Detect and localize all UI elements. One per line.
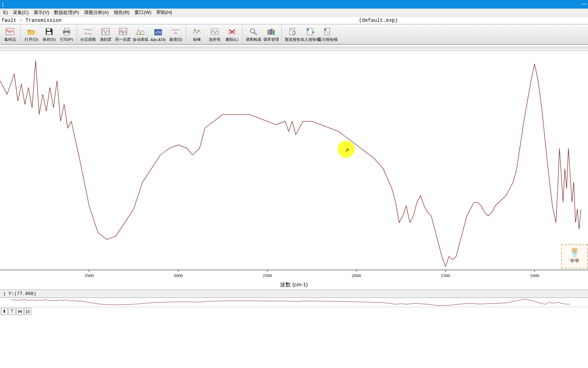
status-bar: ) Y:(77.868) bbox=[0, 290, 588, 297]
printer-icon bbox=[61, 26, 72, 37]
mini-btn-2[interactable]: T bbox=[9, 308, 16, 315]
document-mode: fault - Transmission bbox=[1, 18, 62, 23]
common-scale-button[interactable]: 同一刻度 bbox=[114, 25, 132, 44]
overview-plot[interactable] bbox=[0, 298, 588, 307]
menu-analyze[interactable]: 谱图分析(A) bbox=[82, 9, 111, 16]
svg-text:1500: 1500 bbox=[441, 273, 450, 278]
auto-baseline-icon bbox=[135, 26, 146, 37]
svg-point-17 bbox=[250, 29, 255, 33]
stack-spectra-icon bbox=[83, 26, 93, 37]
add-report-icon: + bbox=[305, 26, 315, 37]
common-scale-icon bbox=[118, 26, 128, 37]
auto-baseline-button[interactable]: 自动基线 bbox=[132, 25, 149, 44]
menu-window[interactable]: 窗口(W) bbox=[132, 9, 154, 16]
spectrum-chart-area[interactable]: 350030002500200015001000 kp 👕 中半 bbox=[0, 51, 588, 280]
toolbar-group-peaks: 标峰 选所有 删除(L) bbox=[188, 25, 241, 44]
toolbar: 集样品 打开(O) 保存(S) 打印(P) 分层谱图 满刻度 同一刻度 bbox=[0, 24, 588, 44]
toolbar-separator bbox=[242, 26, 243, 43]
svg-text:1000: 1000 bbox=[530, 273, 539, 278]
folder-open-icon bbox=[26, 26, 37, 37]
library-manager-button[interactable]: 谱库管理 bbox=[263, 25, 280, 44]
subtract-button[interactable]: − 差谱(S) bbox=[167, 25, 184, 44]
svg-rect-27 bbox=[307, 29, 309, 31]
svg-text:3500: 3500 bbox=[84, 273, 94, 278]
toolbar-separator bbox=[77, 26, 78, 43]
svg-text:3000: 3000 bbox=[173, 273, 183, 278]
shirt-icon: 👕 bbox=[572, 252, 578, 258]
stack-spectra-button[interactable]: 分层谱图 bbox=[79, 25, 97, 44]
svg-text:2000: 2000 bbox=[352, 273, 361, 278]
menu-collect[interactable]: 采集(C) bbox=[10, 9, 31, 16]
svg-text:+: + bbox=[312, 29, 315, 35]
svg-point-12 bbox=[194, 29, 196, 30]
save-button[interactable]: 保存(S) bbox=[40, 25, 58, 44]
select-all-icon bbox=[209, 26, 220, 37]
save-icon bbox=[44, 26, 54, 37]
cursor-coordinates: ) Y:(77.868) bbox=[3, 291, 36, 296]
toolbar-group-collect: 集样品 bbox=[1, 25, 19, 44]
menu-edit[interactable]: E) bbox=[1, 9, 10, 16]
toolbar-group-library: 谱图检索 谱库管理 bbox=[244, 25, 280, 44]
full-scale-button[interactable]: 满刻度 bbox=[97, 25, 114, 44]
subtract-icon: − bbox=[170, 26, 181, 37]
show-report-button[interactable]: 显示报告模 bbox=[319, 25, 336, 44]
full-scale-icon bbox=[100, 26, 111, 37]
document-subtitle-bar: fault - Transmission (default.exp) bbox=[0, 16, 588, 24]
svg-rect-2 bbox=[47, 32, 51, 34]
toolbar-group-file: 打开(O) 保存(S) 打印(P) bbox=[22, 25, 76, 44]
collect-sample-button[interactable]: 集样品 bbox=[1, 25, 19, 44]
svg-text:ATR: ATR bbox=[155, 31, 161, 34]
svg-rect-30 bbox=[324, 29, 326, 31]
toolbar-group-report: 预览报告 + 加入报告模 显示报告模 bbox=[283, 25, 337, 44]
search-library-button[interactable]: 谱图检索 bbox=[245, 25, 262, 44]
menu-process[interactable]: 数据处理(P) bbox=[52, 9, 81, 16]
delete-icon bbox=[227, 26, 237, 37]
toolbar-separator bbox=[281, 26, 282, 43]
preview-report-icon bbox=[287, 26, 298, 37]
svg-rect-21 bbox=[273, 30, 275, 35]
menubar: E) 采集(C) 显示(V) 数据处理(P) 谱图分析(A) 报告(R) 窗口(… bbox=[0, 9, 588, 16]
add-to-report-button[interactable]: + 加入报告模 bbox=[302, 25, 319, 44]
collect-sample-icon bbox=[5, 26, 15, 37]
spectrum-plot[interactable]: 350030002500200015001000 bbox=[0, 51, 588, 280]
experiment-name: (default.exp) bbox=[62, 18, 588, 23]
svg-rect-19 bbox=[268, 30, 270, 35]
bottom-toolbar: ⬆ T ⋈ ⫿⫿ bbox=[0, 307, 588, 315]
menu-report[interactable]: 报告(R) bbox=[111, 9, 132, 16]
panel-divider[interactable] bbox=[0, 44, 588, 51]
toolbar-group-display: 分层谱图 满刻度 同一刻度 自动基线 ATR Adv ATR − 差谱(S) bbox=[79, 25, 185, 44]
menu-display[interactable]: 显示(V) bbox=[31, 9, 52, 16]
svg-line-18 bbox=[254, 33, 257, 35]
adv-atr-button[interactable]: ATR Adv ATR bbox=[150, 25, 167, 44]
toolbar-separator bbox=[186, 26, 187, 43]
chart-x-axis-label: 波数 (cm-1) bbox=[0, 280, 588, 290]
delete-button[interactable]: 删除(L) bbox=[224, 25, 241, 44]
mini-btn-4[interactable]: ⫿⫿ bbox=[24, 308, 31, 315]
print-button[interactable]: 打印(P) bbox=[58, 25, 75, 44]
select-all-button[interactable]: 选所有 bbox=[206, 25, 223, 44]
window-controls[interactable]: — bbox=[582, 1, 587, 6]
search-icon bbox=[248, 26, 259, 37]
watermark-badge: kp 👕 中半 bbox=[561, 244, 588, 268]
svg-rect-1 bbox=[47, 29, 50, 31]
svg-point-13 bbox=[198, 30, 199, 31]
show-report-icon bbox=[322, 26, 333, 37]
find-peaks-icon bbox=[192, 26, 202, 37]
svg-rect-5 bbox=[64, 33, 69, 35]
library-icon bbox=[266, 26, 276, 37]
spectrum-overview-strip[interactable] bbox=[0, 297, 588, 307]
find-peaks-button[interactable]: 标峰 bbox=[188, 25, 206, 44]
svg-text:−: − bbox=[174, 30, 177, 35]
menu-help[interactable]: 帮助(H) bbox=[154, 9, 175, 16]
toolbar-separator bbox=[20, 26, 21, 43]
mini-btn-1[interactable]: ⬆ bbox=[1, 308, 8, 315]
atr-icon: ATR bbox=[153, 27, 163, 37]
titlebar-text: ] bbox=[0, 1, 4, 7]
svg-rect-4 bbox=[64, 28, 69, 31]
mini-btn-3[interactable]: ⋈ bbox=[16, 308, 24, 315]
preview-report-button[interactable]: 预览报告 bbox=[284, 25, 301, 44]
window-titlebar: ] — bbox=[0, 0, 588, 9]
svg-text:2500: 2500 bbox=[263, 273, 272, 278]
svg-rect-20 bbox=[270, 29, 272, 35]
open-button[interactable]: 打开(O) bbox=[23, 25, 40, 44]
